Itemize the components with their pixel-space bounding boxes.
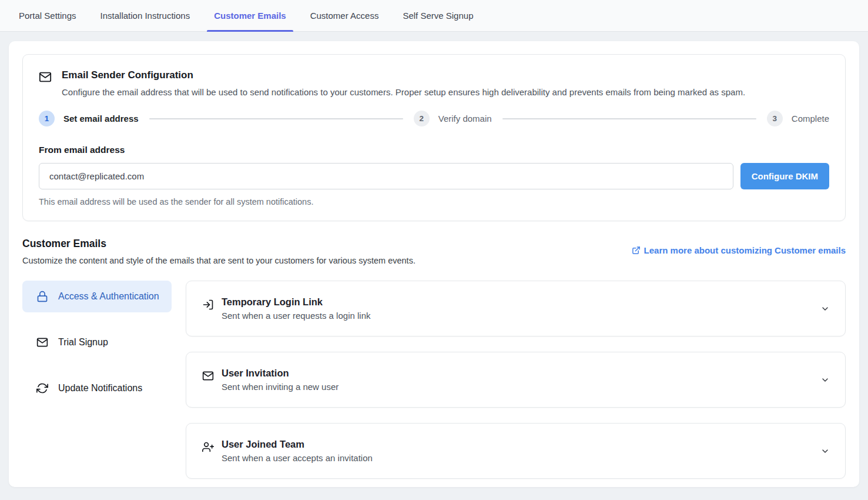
- user-plus-icon: [202, 441, 214, 453]
- tab-self-serve-signup[interactable]: Self Serve Signup: [403, 0, 473, 31]
- step-connector: [502, 118, 756, 119]
- email-category-sidebar: Access & Authentication Trial Signup Upd…: [22, 281, 172, 494]
- email-card-subtitle: Sent when a user requests a login link: [222, 310, 370, 322]
- refresh-icon: [36, 382, 48, 394]
- step-connector: [149, 118, 403, 119]
- email-card-subtitle: Sent when inviting a new user: [222, 381, 339, 393]
- email-card-temporary-login-link[interactable]: Temporary Login Link Sent when a user re…: [186, 281, 846, 336]
- login-icon: [202, 299, 214, 311]
- chevron-down-icon[interactable]: [820, 375, 830, 385]
- from-email-helper-text: This email address will be used as the s…: [39, 197, 829, 206]
- settings-tab-bar: Portal Settings Installation Instruction…: [0, 0, 868, 32]
- email-card-title: User Invitation: [222, 366, 339, 379]
- from-email-input[interactable]: [39, 163, 733, 189]
- step-number-badge: 1: [39, 111, 55, 126]
- email-sender-configuration-card: Email Sender Configuration Configure the…: [22, 54, 846, 221]
- learn-more-label: Learn more about customizing Customer em…: [644, 245, 846, 255]
- customer-emails-section-description: Customize the content and style of the e…: [22, 256, 415, 265]
- sender-config-description: Configure the email address that will be…: [62, 86, 745, 98]
- tab-installation-instructions[interactable]: Installation Instructions: [100, 0, 190, 31]
- step-complete: 3 Complete: [767, 111, 829, 126]
- email-template-list: Temporary Login Link Sent when a user re…: [186, 281, 846, 494]
- from-email-label: From email address: [39, 145, 829, 155]
- email-card-user-joined-team[interactable]: User Joined Team Sent when a user accept…: [186, 423, 846, 479]
- step-number-badge: 3: [767, 111, 783, 126]
- mail-icon: [202, 370, 214, 382]
- step-label: Set email address: [63, 114, 139, 124]
- customer-emails-panel: Email Sender Configuration Configure the…: [9, 41, 859, 487]
- step-label: Complete: [792, 114, 829, 124]
- chevron-down-icon[interactable]: [820, 304, 830, 314]
- tab-customer-access[interactable]: Customer Access: [310, 0, 379, 31]
- mail-icon: [39, 71, 52, 84]
- sidebar-item-label: Update Notifications: [58, 381, 142, 395]
- sidebar-item-label: Access & Authentication: [58, 289, 159, 304]
- step-set-email-address: 1 Set email address: [39, 111, 139, 126]
- step-verify-domain: 2 Verify domain: [414, 111, 492, 126]
- email-card-title: User Joined Team: [222, 438, 373, 451]
- sidebar-item-trial-signup[interactable]: Trial Signup: [22, 326, 172, 358]
- sidebar-item-label: Trial Signup: [58, 335, 108, 349]
- email-card-user-invitation[interactable]: User Invitation Sent when inviting a new…: [186, 352, 846, 408]
- sidebar-item-access-authentication[interactable]: Access & Authentication: [22, 281, 172, 312]
- step-number-badge: 2: [414, 111, 430, 126]
- configure-dkim-button[interactable]: Configure DKIM: [740, 163, 829, 189]
- chevron-down-icon[interactable]: [820, 446, 830, 456]
- tab-portal-settings[interactable]: Portal Settings: [19, 0, 76, 31]
- tab-customer-emails[interactable]: Customer Emails: [214, 0, 286, 31]
- step-label: Verify domain: [438, 114, 492, 124]
- sender-config-stepper: 1 Set email address 2 Verify domain 3 Co…: [39, 111, 829, 126]
- mail-icon: [36, 336, 48, 348]
- sender-config-title: Email Sender Configuration: [62, 69, 745, 82]
- learn-more-link[interactable]: Learn more about customizing Customer em…: [632, 245, 846, 255]
- email-card-title: Temporary Login Link: [222, 295, 370, 308]
- sidebar-item-update-notifications[interactable]: Update Notifications: [22, 372, 172, 404]
- customer-emails-section-title: Customer Emails: [22, 238, 415, 250]
- external-link-icon: [632, 246, 641, 255]
- email-card-subtitle: Sent when a user accepts an invitation: [222, 452, 373, 464]
- lock-icon: [36, 291, 48, 302]
